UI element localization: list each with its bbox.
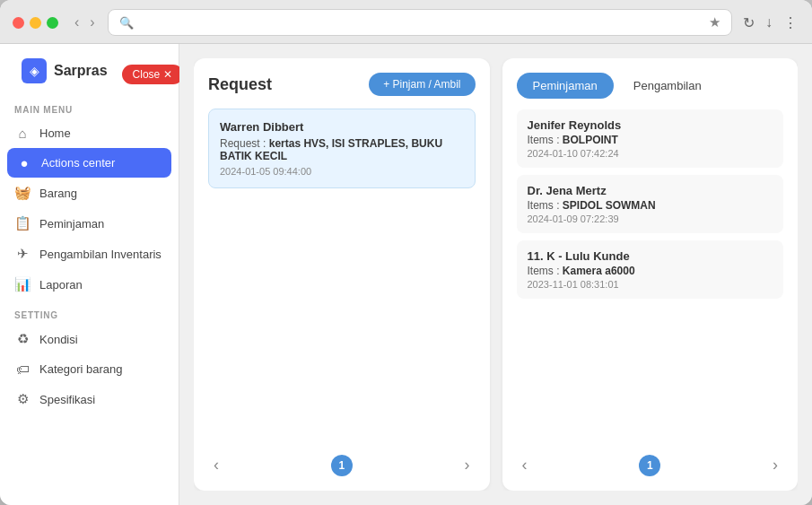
sidebar-item-peminjaman[interactable]: 📋 Peminjaman bbox=[0, 208, 179, 239]
close-button[interactable]: Close ✕ bbox=[122, 65, 184, 84]
search-icon: 🔍 bbox=[119, 16, 134, 30]
add-request-button[interactable]: + Pinjam / Ambil bbox=[369, 73, 475, 96]
close-traffic-light[interactable] bbox=[13, 17, 24, 29]
pem-item-2: Items : Kamera a6000 bbox=[528, 265, 773, 277]
pem-name-1: Dr. Jena Mertz bbox=[528, 184, 773, 197]
tab-pengambilan[interactable]: Pengambilan bbox=[617, 73, 718, 99]
pem-item-0: Items : BOLPOINT bbox=[528, 134, 773, 146]
menu-button[interactable]: ⋮ bbox=[781, 13, 799, 33]
sidebar: ◈ Sarpras Close ✕ MAIN MENU ⌂ Home ● Act… bbox=[0, 44, 179, 505]
back-button[interactable]: ‹ bbox=[71, 13, 83, 32]
bookmark-icon[interactable]: ★ bbox=[709, 14, 720, 30]
pem-date-1: 2024-01-09 07:22:39 bbox=[528, 213, 773, 224]
pem-item-1: Items : SPIDOL SOWMAN bbox=[528, 199, 773, 212]
barang-icon: 🧺 bbox=[14, 185, 31, 201]
pem-date-2: 2023-11-01 08:31:01 bbox=[528, 279, 773, 290]
main-menu-label: MAIN MENU bbox=[0, 101, 179, 118]
forward-button[interactable]: › bbox=[86, 13, 98, 32]
request-page-badge: 1 bbox=[331, 455, 353, 476]
maximize-traffic-light[interactable] bbox=[47, 17, 58, 29]
tab-group: Peminjaman Pengambilan bbox=[517, 73, 784, 99]
pem-name-2: 11. K - Lulu Kunde bbox=[528, 249, 773, 263]
address-bar: 🔍 ★ bbox=[108, 9, 732, 36]
pem-card-1[interactable]: Dr. Jena Mertz Items : SPIDOL SOWMAN 202… bbox=[517, 175, 784, 233]
setting-label: SETTING bbox=[0, 307, 179, 324]
browser-actions: ↻ ↓ ⋮ bbox=[741, 13, 799, 33]
home-icon: ⌂ bbox=[14, 126, 31, 141]
request-card[interactable]: Warren Dibbert Request : kertas HVS, ISI… bbox=[208, 109, 476, 188]
request-panel-nav: ‹ 1 › bbox=[208, 445, 476, 476]
sidebar-item-pengambilan-inventaris[interactable]: ✈ Pengambilan Inventaris bbox=[0, 239, 179, 269]
sidebar-item-spesifikasi[interactable]: ⚙ Spesifikasi bbox=[0, 384, 179, 414]
request-prev-button[interactable]: ‹ bbox=[208, 454, 224, 476]
sidebar-logo: ◈ Sarpras bbox=[7, 55, 122, 94]
pem-card-2[interactable]: 11. K - Lulu Kunde Items : Kamera a6000 … bbox=[517, 240, 784, 299]
pengambilan-icon: ✈ bbox=[14, 246, 31, 262]
sidebar-item-kategori-barang[interactable]: 🏷 Kategori barang bbox=[0, 354, 179, 384]
peminjaman-prev-button[interactable]: ‹ bbox=[517, 454, 533, 476]
peminjaman-next-button[interactable]: › bbox=[767, 454, 783, 476]
pem-card-0[interactable]: Jenifer Reynolds Items : BOLPOINT 2024-0… bbox=[517, 109, 784, 168]
request-panel-title: Request bbox=[208, 75, 272, 94]
pem-date-0: 2024-01-10 07:42:24 bbox=[528, 148, 773, 159]
sidebar-top: ◈ Sarpras Close ✕ bbox=[0, 55, 179, 101]
peminjaman-list: Jenifer Reynolds Items : BOLPOINT 2024-0… bbox=[517, 109, 784, 445]
request-panel: Request + Pinjam / Ambil Warren Dibbert … bbox=[194, 58, 490, 491]
kondisi-icon: ♻ bbox=[14, 331, 31, 347]
sidebar-item-barang[interactable]: 🧺 Barang bbox=[0, 178, 179, 208]
request-next-button[interactable]: › bbox=[459, 454, 476, 476]
refresh-button[interactable]: ↻ bbox=[741, 13, 756, 33]
actions-center-icon: ● bbox=[16, 155, 32, 170]
panels-row: Request + Pinjam / Ambil Warren Dibbert … bbox=[194, 58, 798, 491]
peminjaman-panel: Peminjaman Pengambilan Jenifer Reynolds … bbox=[502, 58, 799, 491]
request-card-desc: Request : kertas HVS, ISI STRAPLES, BUKU… bbox=[220, 137, 464, 162]
kategori-icon: 🏷 bbox=[14, 361, 31, 377]
browser-chrome: ‹ › 🔍 ★ ↻ ↓ ⋮ bbox=[0, 0, 812, 44]
logo-text: Sarpras bbox=[54, 63, 108, 79]
traffic-lights bbox=[13, 17, 58, 29]
minimize-traffic-light[interactable] bbox=[30, 17, 41, 29]
tab-peminjaman[interactable]: Peminjaman bbox=[517, 73, 614, 99]
address-input[interactable] bbox=[141, 16, 702, 30]
sidebar-item-actions-center[interactable]: ● Actions center bbox=[7, 148, 171, 178]
sidebar-item-laporan[interactable]: 📊 Laporan bbox=[0, 269, 179, 300]
app-content: ◈ Sarpras Close ✕ MAIN MENU ⌂ Home ● Act… bbox=[0, 44, 812, 505]
laporan-icon: 📊 bbox=[14, 276, 31, 292]
close-x-icon: ✕ bbox=[163, 68, 172, 81]
browser-window: ‹ › 🔍 ★ ↻ ↓ ⋮ ◈ Sarpras Close ✕ bbox=[0, 0, 812, 505]
pem-name-0: Jenifer Reynolds bbox=[528, 118, 773, 132]
sidebar-item-kondisi[interactable]: ♻ Kondisi bbox=[0, 324, 179, 354]
peminjaman-page-badge: 1 bbox=[639, 455, 660, 476]
peminjaman-panel-nav: ‹ 1 › bbox=[517, 445, 784, 476]
main-area: Request + Pinjam / Ambil Warren Dibbert … bbox=[179, 44, 812, 505]
spesifikasi-icon: ⚙ bbox=[14, 391, 31, 407]
download-button[interactable]: ↓ bbox=[764, 13, 774, 32]
nav-buttons: ‹ › bbox=[71, 13, 99, 32]
request-label: Request : bbox=[220, 137, 266, 150]
sidebar-item-home[interactable]: ⌂ Home bbox=[0, 118, 179, 148]
request-card-name: Warren Dibbert bbox=[220, 120, 464, 134]
request-card-date: 2024-01-05 09:44:00 bbox=[220, 166, 464, 177]
request-panel-header: Request + Pinjam / Ambil bbox=[208, 73, 476, 96]
peminjaman-icon: 📋 bbox=[14, 215, 31, 231]
logo-icon: ◈ bbox=[22, 58, 47, 83]
